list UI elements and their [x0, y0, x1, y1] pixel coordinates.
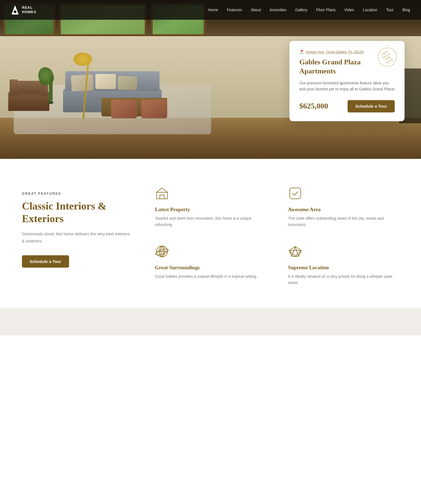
- svg-rect-2: [290, 188, 301, 199]
- nav-links: Home Features About Amenities Gallery Fl…: [208, 7, 410, 12]
- diamond-icon: [288, 244, 305, 261]
- property-description: Our premium furnished apartments feature…: [299, 80, 395, 92]
- for-sale-badge: FORSALEFORSALE: [378, 47, 397, 67]
- feature-title-area: Awesome Area: [288, 207, 399, 213]
- hero-property-card: 📍 Aragon Ave, Coral Gables, FL 33134 FOR…: [289, 41, 405, 121]
- armchair: [8, 81, 49, 111]
- feature-desc-surroundings: Coral Gables provides a coastal lifestyl…: [155, 273, 266, 280]
- nav-features[interactable]: Features: [227, 8, 242, 12]
- features-grid: GREAT FEATURES Classic Interiors & Exter…: [22, 186, 399, 286]
- house-icon: [155, 186, 171, 203]
- navbar: REALHOMES Home Features About Amenities …: [0, 0, 421, 20]
- check-shield-icon: [288, 186, 305, 203]
- feature-awesome-area: Awesome Area This suite offers outstandi…: [288, 186, 399, 228]
- feature-title-surroundings: Great Surroundings: [155, 265, 266, 271]
- nav-floor-plans[interactable]: Floor Plans: [316, 8, 335, 12]
- nav-video[interactable]: Video: [344, 8, 354, 12]
- nav-tour[interactable]: Tour: [386, 8, 394, 12]
- ottoman-left: [111, 100, 137, 118]
- hero-section: 📍 Aragon Ave, Coral Gables, FL 33134 FOR…: [0, 0, 421, 159]
- feature-supreme-location: Supreme Location It is ideally situated …: [288, 244, 399, 286]
- footer-bar: [0, 308, 421, 335]
- site-logo[interactable]: REALHOMES: [11, 5, 36, 15]
- features-left-column: GREAT FEATURES Classic Interiors & Exter…: [22, 186, 133, 268]
- feature-desc-area: This suite offers outstanding views of t…: [288, 215, 399, 228]
- feature-latest-property: Latest Property Tasteful and seem-less r…: [155, 186, 266, 228]
- feature-title-location: Supreme Location: [288, 265, 399, 271]
- plant-pot: [48, 101, 53, 104]
- logo-icon: [11, 5, 19, 15]
- globe-icon: [155, 244, 171, 261]
- address-text: Aragon Ave, Coral Gables, FL 33134: [306, 50, 364, 54]
- feature-great-surroundings: Great Surroundings Coral Gables provides…: [155, 244, 266, 280]
- feature-desc-latest: Tasteful and seem-less renovation, this …: [155, 215, 266, 228]
- hero-card-bottom: $625,000 Schedule a Tour: [299, 100, 395, 112]
- brand-name: REALHOMES: [22, 5, 36, 14]
- nav-blog[interactable]: Blog: [402, 8, 410, 12]
- nav-location[interactable]: Location: [363, 8, 377, 12]
- ottoman-right: [141, 100, 167, 118]
- features-description: Generously sized, this home delivers the…: [22, 230, 133, 244]
- nav-about[interactable]: About: [251, 8, 261, 12]
- features-tag: GREAT FEATURES: [22, 192, 133, 196]
- hero-schedule-tour-button[interactable]: Schedule a Tour: [348, 100, 395, 112]
- nav-gallery[interactable]: Gallery: [295, 8, 307, 12]
- svg-line-12: [298, 250, 301, 256]
- pin-icon: 📍: [299, 50, 304, 54]
- feature-title-latest: Latest Property: [155, 207, 266, 213]
- nav-amenities[interactable]: Amenities: [270, 8, 286, 12]
- features-schedule-tour-button[interactable]: Schedule a Tour: [22, 255, 69, 268]
- features-title: Classic Interiors & Exteriors: [22, 200, 133, 225]
- lamp-shade: [73, 53, 92, 66]
- svg-line-11: [289, 250, 292, 256]
- nav-home[interactable]: Home: [208, 8, 218, 12]
- features-section: GREAT FEATURES Classic Interiors & Exter…: [0, 159, 421, 308]
- svg-point-1: [14, 10, 16, 13]
- feature-desc-location: It is ideally situated on a very private…: [288, 273, 399, 286]
- property-price: $625,000: [299, 102, 328, 111]
- badge-text: FORSALEFORSALE: [380, 50, 394, 65]
